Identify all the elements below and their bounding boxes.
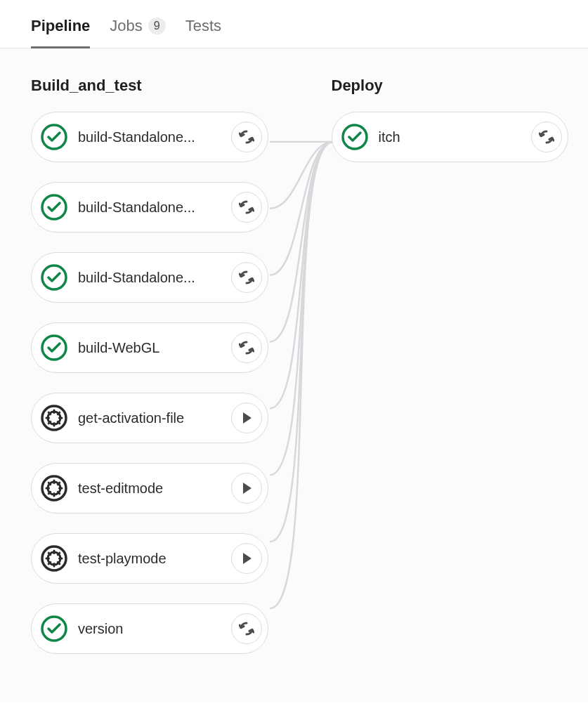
play-button[interactable] [231,543,262,574]
job-name: test-playmode [78,551,231,567]
job-itch[interactable]: itch [332,112,569,162]
pipeline-canvas: Build_and_test build-Standalone... build… [0,48,588,702]
gear-icon [40,544,68,572]
retry-button[interactable] [231,192,262,223]
passed-icon [341,123,369,151]
play-button[interactable] [231,402,262,433]
job-name: test-editmode [78,480,231,497]
tab-pipeline[interactable]: Pipeline [31,17,90,48]
stage-deploy: Deploy itch [332,77,569,674]
stage-title: Build_and_test [31,77,268,95]
play-icon [241,412,254,424]
job-test-editmode[interactable]: test-editmode [31,463,268,513]
job-name: get-activation-file [78,410,231,426]
passed-icon [40,615,68,643]
passed-icon [40,193,68,221]
play-icon [241,552,254,565]
job-version[interactable]: version [31,603,268,654]
tab-label: Jobs [110,17,142,35]
retry-icon [239,270,254,285]
job-test-playmode[interactable]: test-playmode [31,533,268,584]
tab-label: Pipeline [31,17,90,35]
retry-icon [239,199,254,215]
passed-icon [40,334,68,362]
job-name: build-Standalone... [78,270,231,286]
job-name: build-Standalone... [78,129,231,145]
job-name: build-Standalone... [78,199,231,216]
retry-icon [239,621,254,636]
passed-icon [40,263,68,292]
retry-icon [539,129,554,145]
job-build-standalone-1[interactable]: build-Standalone... [31,112,268,162]
retry-icon [239,129,254,145]
tab-label: Tests [185,17,221,35]
play-icon [241,482,254,495]
job-build-standalone-2[interactable]: build-Standalone... [31,182,268,233]
retry-button[interactable] [531,122,562,152]
job-get-activation-file[interactable]: get-activation-file [31,393,268,443]
tab-tests[interactable]: Tests [185,17,221,48]
job-name: itch [379,129,532,145]
tab-jobs[interactable]: Jobs 9 [110,17,165,48]
retry-button[interactable] [231,613,262,644]
jobs-count-badge: 9 [148,18,166,34]
retry-button[interactable] [231,262,262,293]
play-button[interactable] [231,473,262,504]
retry-icon [239,340,254,355]
stage-title: Deploy [332,77,569,95]
job-build-standalone-3[interactable]: build-Standalone... [31,252,268,303]
job-build-webgl[interactable]: build-WebGL [31,322,268,373]
retry-button[interactable] [231,122,262,152]
gear-icon [40,474,68,502]
retry-button[interactable] [231,332,262,363]
gear-icon [40,404,68,432]
job-name: version [78,621,231,637]
tabs-bar: Pipeline Jobs 9 Tests [0,0,588,48]
job-name: build-WebGL [78,340,231,356]
stage-build-and-test: Build_and_test build-Standalone... build… [31,77,268,674]
passed-icon [40,123,68,151]
